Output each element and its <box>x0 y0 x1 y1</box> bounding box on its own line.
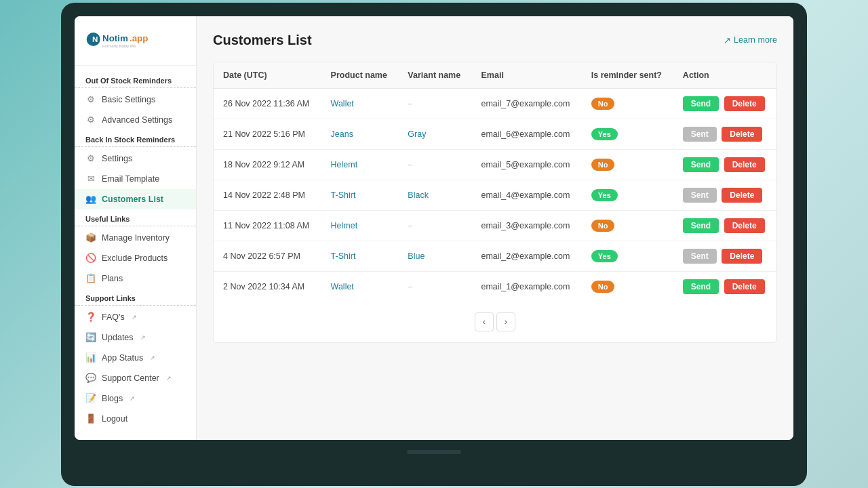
send-button[interactable]: Send <box>683 279 719 294</box>
cell-product: Wallet <box>321 88 399 119</box>
cell-reminder: No <box>582 271 673 302</box>
delete-button[interactable]: Delete <box>722 249 762 264</box>
sidebar-item-settings[interactable]: ⚙ Settings <box>75 148 196 169</box>
delete-button[interactable]: Delete <box>724 96 765 111</box>
cell-email: email_2@example.com <box>472 241 582 271</box>
delete-button[interactable]: Delete <box>722 188 762 203</box>
sidebar-item-exclude-products[interactable]: 🚫 Exclude Products <box>75 248 196 268</box>
sidebar-item-blogs[interactable]: 📝 Blogs ↗ <box>75 388 196 409</box>
col-date: Date (UTC) <box>214 62 321 89</box>
cell-email: email_3@example.com <box>472 210 582 241</box>
support-icon: 💬 <box>85 373 96 384</box>
cell-variant: Black <box>398 180 471 210</box>
cell-reminder: Yes <box>582 180 673 210</box>
prev-page-button[interactable]: ‹ <box>475 312 494 331</box>
cell-date: 18 Nov 2022 9:12 AM <box>214 149 321 180</box>
logout-icon: 🚪 <box>85 413 96 424</box>
delete-button[interactable]: Delete <box>724 218 765 233</box>
table-row: 18 Nov 2022 9:12 AM Helemt – email_5@exa… <box>214 149 776 180</box>
next-page-button[interactable]: › <box>496 312 515 331</box>
reminder-badge: No <box>591 220 615 232</box>
updates-icon: 🔄 <box>85 332 96 343</box>
sidebar-item-advanced-settings[interactable]: ⚙ Advanced Settings <box>75 110 196 130</box>
cell-variant: Blue <box>398 241 471 271</box>
cell-action: Sent Delete <box>673 180 776 210</box>
sidebar-item-app-status[interactable]: 📊 App Status ↗ <box>75 348 196 368</box>
sent-button[interactable]: Sent <box>683 188 717 203</box>
cell-date: 4 Nov 2022 6:57 PM <box>214 241 321 271</box>
product-link[interactable]: Wallet <box>331 282 354 291</box>
col-email: Email <box>472 62 582 89</box>
sidebar-item-customers-list[interactable]: 👥 Customers List <box>75 189 196 209</box>
logo: N Notim .app Formerly Notify Me <box>75 27 196 66</box>
reminder-badge: No <box>591 98 615 110</box>
cell-product: Helemt <box>321 149 399 180</box>
sidebar: N Notim .app Formerly Notify Me Out Of S… <box>75 16 197 440</box>
sidebar-item-plans[interactable]: 📋 Plans <box>75 268 196 289</box>
customers-icon: 👥 <box>85 194 96 205</box>
pagination: ‹ › <box>214 302 776 342</box>
col-reminder: Is reminder sent? <box>582 62 673 89</box>
learn-more-link[interactable]: ↗ Learn more <box>724 35 777 45</box>
plans-icon: 📋 <box>85 273 96 284</box>
cell-variant: – <box>398 210 471 241</box>
cell-product: Helmet <box>321 210 399 241</box>
reminder-badge: No <box>591 281 615 293</box>
delete-button[interactable]: Delete <box>722 127 762 142</box>
delete-button[interactable]: Delete <box>724 279 765 294</box>
sent-button[interactable]: Sent <box>683 127 717 142</box>
product-link[interactable]: Jeans <box>331 129 353 139</box>
cell-email: email_7@example.com <box>472 88 582 119</box>
exclude-icon: 🚫 <box>85 253 96 264</box>
product-link[interactable]: T-Shirt <box>331 251 356 261</box>
cell-action: Send Delete <box>673 271 776 302</box>
sidebar-item-faqs[interactable]: ❓ FAQ's ↗ <box>75 307 196 327</box>
table-row: 11 Nov 2022 11:08 AM Helmet – email_3@ex… <box>214 210 776 241</box>
send-button[interactable]: Send <box>683 96 719 111</box>
send-button[interactable]: Send <box>683 157 719 172</box>
cell-variant: – <box>398 271 471 302</box>
inventory-icon: 📦 <box>85 232 96 243</box>
sidebar-item-support-center[interactable]: 💬 Support Center ↗ <box>75 368 196 388</box>
sidebar-item-updates[interactable]: 🔄 Updates ↗ <box>75 327 196 348</box>
external-link-icon: ↗ <box>132 314 137 321</box>
section-out-of-stock: Out Of Stock Reminders <box>75 71 196 88</box>
cell-reminder: No <box>582 210 673 241</box>
section-support-links: Support Links <box>75 289 196 306</box>
col-product: Product name <box>321 62 399 89</box>
sent-button[interactable]: Sent <box>683 249 717 264</box>
col-variant: Variant name <box>398 62 471 89</box>
cell-email: email_4@example.com <box>472 180 582 210</box>
product-link[interactable]: Helemt <box>331 160 358 169</box>
table-row: 2 Nov 2022 10:34 AM Wallet – email_1@exa… <box>214 271 776 302</box>
cell-date: 14 Nov 2022 2:48 PM <box>214 180 321 210</box>
product-link[interactable]: Wallet <box>331 99 354 108</box>
svg-text:N: N <box>92 35 98 43</box>
cell-date: 21 Nov 2022 5:16 PM <box>214 119 321 149</box>
sidebar-item-basic-settings[interactable]: ⚙ Basic Settings <box>75 89 196 110</box>
laptop-frame: N Notim .app Formerly Notify Me Out Of S… <box>61 3 807 486</box>
cell-email: email_6@example.com <box>472 119 582 149</box>
send-button[interactable]: Send <box>683 218 719 233</box>
advanced-settings-icon: ⚙ <box>85 115 96 125</box>
settings2-icon: ⚙ <box>85 153 96 164</box>
cell-action: Send Delete <box>673 210 776 241</box>
blogs-icon: 📝 <box>85 393 96 404</box>
sidebar-item-logout[interactable]: 🚪 Logout <box>75 409 196 429</box>
reminder-badge: Yes <box>591 128 618 140</box>
external-link-icon3: ↗ <box>150 354 155 361</box>
variant-link[interactable]: Black <box>408 190 429 200</box>
variant-link[interactable]: Gray <box>408 129 426 139</box>
sidebar-item-email-template[interactable]: ✉ Email Template <box>75 169 196 189</box>
cell-reminder: Yes <box>582 119 673 149</box>
external-link-icon2: ↗ <box>140 334 146 341</box>
sidebar-item-manage-inventory[interactable]: 📦 Manage Inventory <box>75 228 196 248</box>
product-link[interactable]: T-Shirt <box>331 190 356 200</box>
table-row: 4 Nov 2022 6:57 PM T-Shirt Blue email_2@… <box>214 241 776 271</box>
product-link[interactable]: Helmet <box>331 221 358 230</box>
laptop-bar <box>407 450 461 454</box>
external-icon: ↗ <box>724 35 731 45</box>
variant-link[interactable]: Blue <box>408 251 425 261</box>
delete-button[interactable]: Delete <box>724 157 765 172</box>
laptop-screen: N Notim .app Formerly Notify Me Out Of S… <box>75 16 793 440</box>
